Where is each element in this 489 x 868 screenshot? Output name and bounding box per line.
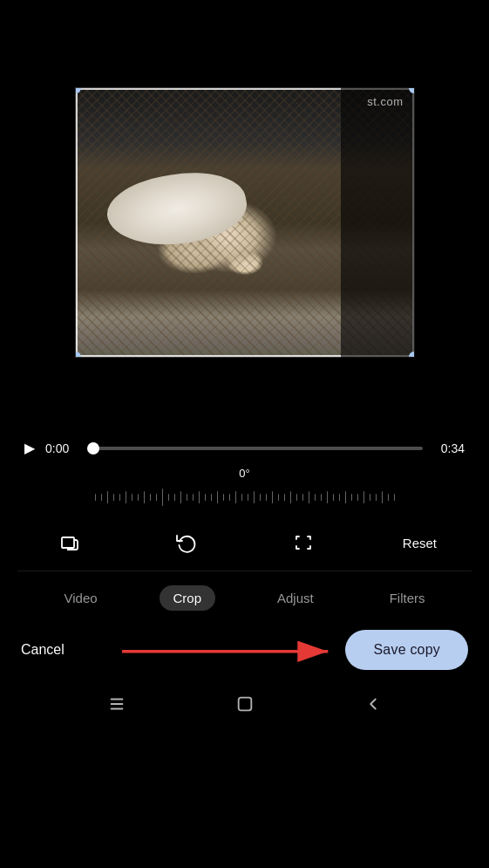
ruler-ticks xyxy=(95,489,395,506)
tick xyxy=(388,494,389,501)
time-total: 0:34 xyxy=(433,441,465,455)
tick xyxy=(290,491,291,503)
tick xyxy=(302,494,303,501)
angle-section: 0° xyxy=(17,463,472,516)
tick xyxy=(95,494,96,501)
tick xyxy=(199,491,200,503)
svg-rect-5 xyxy=(238,698,251,711)
action-bar: Cancel Save copy xyxy=(0,619,489,680)
tick xyxy=(144,491,145,503)
outside-crop-overlay xyxy=(341,87,415,358)
tick xyxy=(315,494,316,501)
tick xyxy=(174,494,175,501)
tick xyxy=(254,491,255,503)
tick xyxy=(107,491,108,503)
tick xyxy=(241,494,242,501)
angle-value: 0° xyxy=(239,467,249,480)
time-current: 0:00 xyxy=(45,441,77,455)
tab-crop[interactable]: Crop xyxy=(160,585,216,611)
tick xyxy=(363,491,364,503)
nav-recents-icon[interactable] xyxy=(99,691,134,717)
rotate-icon[interactable] xyxy=(169,525,204,560)
watermark: st.com xyxy=(367,95,403,108)
tick xyxy=(382,491,383,503)
tick xyxy=(248,494,248,501)
freeform-icon[interactable] xyxy=(286,525,321,560)
save-copy-button[interactable]: Save copy xyxy=(345,630,468,670)
tick xyxy=(101,494,102,501)
playback-bar: ▶ 0:00 0:34 xyxy=(17,427,472,463)
tick xyxy=(339,494,340,501)
tick xyxy=(321,494,322,501)
video-area: st.com xyxy=(0,0,489,427)
tick xyxy=(180,491,181,503)
crop-corner-bottom-right[interactable] xyxy=(409,352,415,358)
tick xyxy=(309,491,309,503)
tick xyxy=(168,494,169,501)
crop-image-container[interactable]: st.com xyxy=(75,87,415,358)
aspect-ratio-icon[interactable] xyxy=(52,525,87,560)
crop-corner-bottom-left[interactable] xyxy=(75,352,81,358)
tick xyxy=(278,494,279,501)
tick xyxy=(394,494,395,501)
tick xyxy=(260,494,261,501)
tick xyxy=(119,494,120,501)
tick xyxy=(357,494,358,501)
tick xyxy=(187,494,187,501)
tab-bar: Video Crop Adjust Filters xyxy=(17,571,472,619)
play-button[interactable]: ▶ xyxy=(24,440,35,456)
tool-icons-bar: Reset xyxy=(17,516,472,571)
rotate-svg xyxy=(176,532,197,553)
freeform-svg xyxy=(293,532,314,553)
back-svg xyxy=(363,694,383,714)
progress-thumb[interactable] xyxy=(87,442,99,455)
aspect-ratio-svg xyxy=(59,532,80,553)
nav-bar xyxy=(0,680,489,731)
tick xyxy=(327,491,328,503)
cancel-button[interactable]: Cancel xyxy=(21,642,65,658)
tick xyxy=(211,494,212,501)
tick xyxy=(138,494,139,501)
tick xyxy=(229,494,230,501)
svg-rect-0 xyxy=(62,537,74,548)
tick xyxy=(351,494,352,501)
tick xyxy=(296,494,297,501)
tick-center xyxy=(162,489,163,506)
tick xyxy=(223,494,224,501)
tick xyxy=(126,491,126,503)
tab-filters[interactable]: Filters xyxy=(376,585,439,611)
tick xyxy=(217,491,218,503)
nav-back-icon[interactable] xyxy=(356,691,391,717)
tick xyxy=(376,494,377,501)
tick xyxy=(150,494,151,501)
tick xyxy=(284,494,285,501)
tab-video[interactable]: Video xyxy=(50,585,111,611)
reset-button[interactable]: Reset xyxy=(403,536,437,550)
progress-track[interactable] xyxy=(87,447,423,450)
tick xyxy=(205,494,206,501)
tick xyxy=(156,494,157,501)
controls-area: ▶ 0:00 0:34 0° xyxy=(0,427,489,619)
angle-ruler[interactable] xyxy=(17,485,472,509)
tab-adjust[interactable]: Adjust xyxy=(263,585,328,611)
tick xyxy=(193,494,194,501)
tick xyxy=(345,491,346,503)
tick xyxy=(113,494,114,501)
tick xyxy=(266,494,267,501)
home-svg xyxy=(235,694,255,714)
tick xyxy=(333,494,334,501)
tick xyxy=(235,491,236,503)
tick xyxy=(272,491,273,503)
recents-svg xyxy=(107,694,126,714)
tick xyxy=(370,494,370,501)
tick xyxy=(132,494,132,501)
nav-home-icon[interactable] xyxy=(228,691,262,717)
